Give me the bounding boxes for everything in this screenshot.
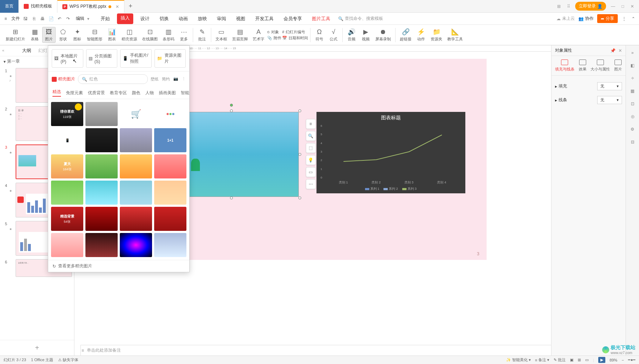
tag-wallpaper[interactable]: 壁纸 — [151, 76, 158, 82]
resource-folder-button[interactable]: 📁资源夹 — [428, 27, 444, 42]
image-search-input[interactable]: 🔍红色 — [78, 74, 148, 84]
idea-button[interactable]: 💡 — [306, 155, 316, 165]
equation-button[interactable]: √公式 — [327, 27, 340, 42]
image-thumb[interactable] — [51, 233, 83, 257]
ribbon-tab-transition[interactable]: 切换 — [157, 13, 172, 24]
slide-editor[interactable]: ≡ 🔍 ⬚ 💡 ▭ ⋯ 图表标题 6543210 类别 1类别 2类别 3类别 … — [146, 59, 487, 260]
ribbon-tab-developer[interactable]: 开发工具 — [252, 13, 276, 24]
cat-featured[interactable]: 精选 — [52, 89, 61, 97]
layer-button[interactable]: ≡ — [306, 119, 316, 129]
rtb-selection-icon[interactable]: ⊡ — [629, 100, 637, 108]
image-thumb[interactable]: 🛒 — [120, 102, 152, 126]
audio-button[interactable]: 🔊音频 — [345, 27, 358, 42]
props-tab-size[interactable]: 大小与属性 — [589, 58, 611, 73]
file-menu[interactable]: 文件 — [11, 16, 20, 22]
add-slide-button[interactable]: + — [0, 340, 74, 356]
tab-home[interactable]: 首页 — [0, 0, 19, 13]
edit-menu[interactable]: 编辑 — [76, 16, 84, 22]
zoom-out-icon[interactable]: − — [622, 358, 624, 362]
image-thumb[interactable] — [120, 154, 152, 178]
paged-insert-button[interactable]: ▤分页插图(S) — [86, 49, 118, 68]
chevron-right-icon[interactable]: ▸ — [555, 84, 557, 89]
rtb-more-icon[interactable]: ⊟ — [629, 138, 637, 146]
cat-people[interactable]: 人物 — [145, 90, 154, 96]
props-tab-effects[interactable]: 效果 — [577, 58, 588, 73]
image-thumb[interactable] — [85, 181, 118, 205]
cloud-status[interactable]: ☁未上云 — [556, 16, 575, 22]
more-float-button[interactable]: ⋯ — [306, 179, 316, 189]
theme-indicator[interactable]: 1 Office 主题 — [31, 357, 54, 363]
zoom-slider[interactable]: ━●━ — [628, 358, 635, 362]
props-tab-fill[interactable]: 填充与线条 — [554, 58, 576, 73]
cat-smart[interactable]: 智能 — [181, 90, 189, 96]
ribbon-tab-slideshow[interactable]: 放映 — [195, 13, 210, 24]
cat-edu[interactable]: 教育专区 — [110, 90, 127, 96]
docell-resource-button[interactable]: ◫稻壳资源 — [119, 27, 139, 42]
slidenum-button[interactable]: #幻灯片编号 — [282, 29, 308, 35]
image-thumb[interactable]: 1+1 — [154, 128, 186, 152]
chart-button[interactable]: 📊图表 — [105, 27, 119, 42]
view-slideshow-icon[interactable]: ▶ — [598, 357, 605, 363]
screenrec-button[interactable]: ⏺屏幕录制 — [373, 27, 393, 42]
line-select[interactable]: 无▾ — [597, 96, 622, 104]
mindmap-button[interactable]: ⊡在线脑图 — [140, 27, 160, 42]
pin-icon[interactable]: 📌 — [610, 48, 616, 53]
barcode-button[interactable]: ▥条形码 — [161, 27, 176, 42]
rtb-settings-icon[interactable]: ⚙ — [629, 125, 637, 133]
camera-icon[interactable]: 📷 — [173, 76, 178, 82]
minimize-icon[interactable]: — — [610, 2, 617, 10]
ribbon-tab-insert[interactable]: 插入 — [117, 13, 133, 24]
view-normal-icon[interactable]: ▣ — [570, 358, 573, 362]
image-thumb[interactable] — [85, 207, 118, 231]
props-tab-picture[interactable]: 图片 — [613, 58, 623, 73]
close-icon[interactable]: ✕ — [116, 4, 119, 9]
image-group-bg[interactable]: 精选背景54张 — [51, 207, 83, 231]
image-thumb[interactable] — [85, 154, 118, 178]
cat-bg[interactable]: 优质背景 — [88, 90, 105, 96]
more-dots-icon[interactable]: ⋮ — [182, 76, 186, 82]
image-thumb[interactable] — [51, 181, 83, 205]
header-footer-button[interactable]: ▤页眉页脚 — [230, 27, 250, 42]
collapse-ribbon-icon[interactable]: ⌃ — [630, 16, 636, 22]
rtb-anim-icon[interactable]: ✧ — [629, 74, 637, 82]
chevron-down-icon[interactable]: ▾ — [87, 16, 89, 21]
maximize-icon[interactable]: □ — [620, 2, 626, 10]
image-thumb[interactable] — [120, 207, 152, 231]
image-thumb[interactable] — [85, 233, 118, 257]
ribbon-tab-start[interactable]: 开始 — [98, 13, 113, 24]
image-thumb[interactable] — [154, 102, 186, 126]
attach-button[interactable]: 📎附件 — [267, 35, 281, 41]
login-button[interactable]: 立即登录 👤 — [575, 2, 606, 11]
hyperlink-button[interactable]: 🔗超链接 — [398, 27, 414, 42]
local-image-button[interactable]: 🖼本地图片(P) — [52, 49, 83, 68]
image-group-recommended[interactable]: 猜你喜欢119张 — [51, 102, 83, 126]
image-thumb[interactable]: 📱 — [51, 128, 83, 152]
image-thumb[interactable] — [120, 181, 152, 205]
command-search[interactable]: 🔍 查找命令、搜索模板 — [338, 16, 383, 22]
action-button[interactable]: ⚡动作 — [414, 27, 428, 42]
tab-document-active[interactable]: P WPS PPT教程.pptx ✕ — [57, 0, 124, 13]
outline-tab[interactable]: 大纲 — [22, 47, 31, 54]
datetime-button[interactable]: 📅日期和时间 — [282, 35, 308, 41]
teaching-tools-button[interactable]: 📐教学工具 — [445, 27, 465, 42]
image-thumb[interactable] — [154, 181, 186, 205]
beautify-button[interactable]: ✨智能美化 ▾ — [506, 357, 531, 363]
image-thumb[interactable] — [154, 207, 186, 231]
embedded-chart[interactable]: 图表标题 6543210 类别 1类别 2类别 3类别 4 系列 1系列 2系列… — [316, 112, 465, 193]
close-window-icon[interactable]: ✕ — [629, 2, 635, 10]
rtb-expand-icon[interactable]: » — [629, 49, 637, 57]
object-button[interactable]: ⎋对象 — [267, 29, 281, 35]
smartart-button[interactable]: ⊟智能图形 — [85, 27, 105, 42]
cat-illust[interactable]: 插画美图 — [159, 90, 176, 96]
cat-cutout[interactable]: 免抠元素 — [66, 90, 83, 96]
ribbon-tab-view[interactable]: 视图 — [233, 13, 248, 24]
ribbon-tab-member[interactable]: 会员专享 — [281, 13, 305, 24]
new-tab-button[interactable]: + — [124, 2, 137, 10]
video-button[interactable]: ▶视频 — [359, 27, 372, 42]
fill-select[interactable]: 无▾ — [597, 82, 622, 90]
chevron-right-icon[interactable]: ▸ — [555, 98, 557, 103]
ribbon-tab-design[interactable]: 设计 — [138, 13, 152, 24]
table-button[interactable]: ▦表格 — [28, 27, 41, 42]
comment-button[interactable]: ✎批注 — [195, 27, 209, 42]
image-group-summer[interactable]: 夏天164张 — [51, 154, 83, 178]
